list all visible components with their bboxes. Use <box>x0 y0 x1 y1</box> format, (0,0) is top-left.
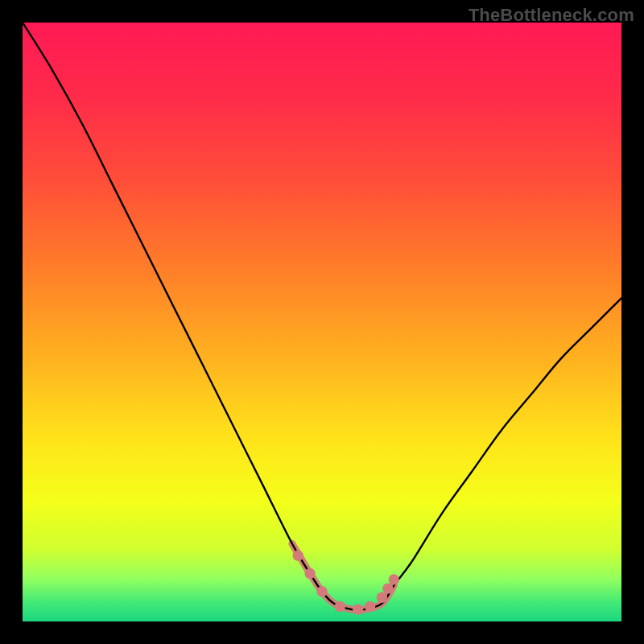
chart-frame: TheBottleneck.com <box>0 0 644 644</box>
gradient-backdrop <box>23 23 621 621</box>
accent-dot <box>382 583 393 593</box>
accent-dot <box>316 586 327 597</box>
accent-dot <box>304 568 315 579</box>
accent-dot <box>365 601 375 612</box>
plot-area <box>23 23 621 621</box>
accent-dot <box>293 550 303 560</box>
accent-dot <box>377 592 387 603</box>
accent-dot <box>389 574 399 584</box>
bottleneck-chart-svg <box>23 23 621 621</box>
accent-dot <box>335 601 345 612</box>
accent-dot <box>353 604 363 614</box>
